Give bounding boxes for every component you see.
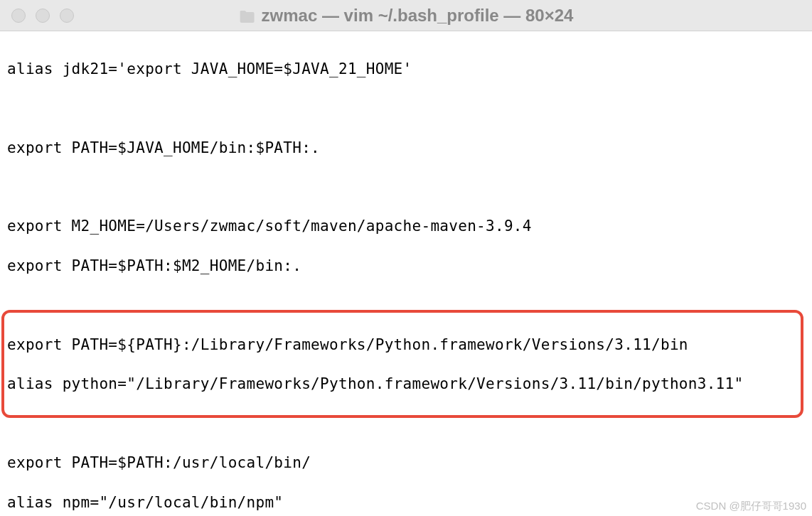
code-line: export M2_HOME=/Users/zwmac/soft/maven/a… xyxy=(7,217,805,237)
code-line: alias jdk21='export JAVA_HOME=$JAVA_21_H… xyxy=(7,60,805,80)
folder-icon xyxy=(239,9,256,23)
code-line: export PATH=$PATH:$M2_HOME/bin:. xyxy=(7,257,805,276)
code-line: alias python="/Library/Frameworks/Python… xyxy=(7,375,805,394)
window-title-text: zwmac — vim ~/.bash_profile — 80×24 xyxy=(262,6,574,26)
terminal-content[interactable]: alias jdk21='export JAVA_HOME=$JAVA_21_H… xyxy=(0,31,812,516)
window-title: zwmac — vim ~/.bash_profile — 80×24 xyxy=(239,6,574,26)
titlebar: zwmac — vim ~/.bash_profile — 80×24 xyxy=(0,0,812,31)
watermark: CSDN @肥仔哥哥1930 xyxy=(696,500,806,513)
zoom-button[interactable] xyxy=(60,9,74,23)
minimize-button[interactable] xyxy=(36,9,50,23)
code-line: export PATH=$PATH:/usr/local/bin/ xyxy=(7,453,805,473)
code-line: alias npm="/usr/local/bin/npm" xyxy=(7,493,805,513)
code-line: export PATH=${PATH}:/Library/Frameworks/… xyxy=(7,335,805,355)
code-line xyxy=(7,99,805,119)
close-button[interactable] xyxy=(11,9,26,23)
code-line xyxy=(7,178,805,198)
traffic-lights xyxy=(11,9,74,23)
code-line xyxy=(7,296,805,316)
code-line xyxy=(7,414,805,434)
code-line: export PATH=$JAVA_HOME/bin:$PATH:. xyxy=(7,139,805,158)
